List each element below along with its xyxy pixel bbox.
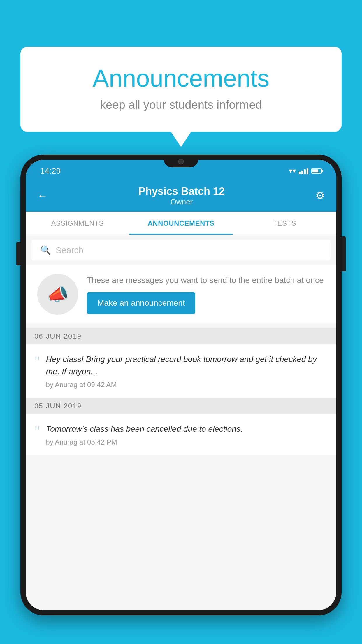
gear-icon[interactable]: ⚙: [315, 190, 325, 202]
tab-assignments[interactable]: ASSIGNMENTS: [26, 212, 129, 235]
notch-camera: [178, 159, 184, 164]
quote-icon-1: ": [34, 354, 40, 368]
announcement-content-2: Tomorrow's class has been cancelled due …: [46, 423, 328, 446]
tabs-container: ASSIGNMENTS ANNOUNCEMENTS TESTS: [26, 212, 336, 235]
announcement-meta-2: by Anurag at 05:42 PM: [46, 438, 328, 446]
signal-bar-3: [304, 169, 306, 174]
signal-bar-4: [307, 168, 308, 174]
signal-bar-1: [299, 172, 301, 174]
announcement-item-2: " Tomorrow's class has been cancelled du…: [26, 414, 336, 455]
battery-fill: [312, 169, 318, 172]
battery-icon: [311, 168, 322, 174]
announcement-item-1: " Hey class! Bring your practical record…: [26, 344, 336, 398]
status-time: 14:29: [40, 166, 61, 176]
promo-icon-circle: 📣: [37, 274, 78, 315]
tab-announcements[interactable]: ANNOUNCEMENTS: [129, 212, 233, 235]
speech-bubble-subtitle: keep all your students informed: [44, 98, 318, 111]
quote-icon-2: ": [34, 424, 40, 438]
signal-bar-2: [301, 171, 303, 174]
search-icon: 🔍: [40, 245, 51, 255]
wifi-icon: ▾▾: [289, 167, 296, 175]
search-placeholder: Search: [56, 245, 83, 255]
phone-outer: 14:29 ▾▾ ← Phy: [20, 155, 342, 615]
speech-bubble-title: Announcements: [44, 64, 318, 92]
announcement-text-1: Hey class! Bring your practical record b…: [46, 353, 328, 378]
header-subtitle: Owner: [138, 197, 225, 206]
announcement-meta-1: by Anurag at 09:42 AM: [46, 381, 328, 389]
promo-card: 📣 These are messages you want to send to…: [26, 265, 336, 323]
phone-container: 14:29 ▾▾ ← Phy: [20, 155, 342, 644]
app-header: ← Physics Batch 12 Owner ⚙: [26, 180, 336, 212]
status-icons: ▾▾: [289, 167, 322, 175]
phone-screen: 14:29 ▾▾ ← Phy: [26, 160, 336, 610]
promo-content: These are messages you want to send to t…: [87, 274, 325, 314]
announcement-content-1: Hey class! Bring your practical record b…: [46, 353, 328, 389]
header-title-group: Physics Batch 12 Owner: [138, 185, 225, 206]
speech-bubble: Announcements keep all your students inf…: [20, 47, 342, 132]
phone-notch: [164, 155, 198, 167]
speech-bubble-container: Announcements keep all your students inf…: [20, 47, 342, 132]
date-separator-1: 06 JUN 2019: [26, 328, 336, 344]
announcement-text-2: Tomorrow's class has been cancelled due …: [46, 423, 328, 435]
megaphone-icon: 📣: [47, 284, 69, 305]
promo-description: These are messages you want to send to t…: [87, 274, 325, 286]
signal-bars: [299, 168, 308, 174]
make-announcement-button[interactable]: Make an announcement: [87, 292, 195, 314]
date-separator-2: 05 JUN 2019: [26, 398, 336, 414]
back-button[interactable]: ←: [37, 190, 48, 202]
tab-tests[interactable]: TESTS: [233, 212, 336, 235]
search-bar[interactable]: 🔍 Search: [31, 240, 331, 260]
header-title: Physics Batch 12: [138, 185, 225, 197]
